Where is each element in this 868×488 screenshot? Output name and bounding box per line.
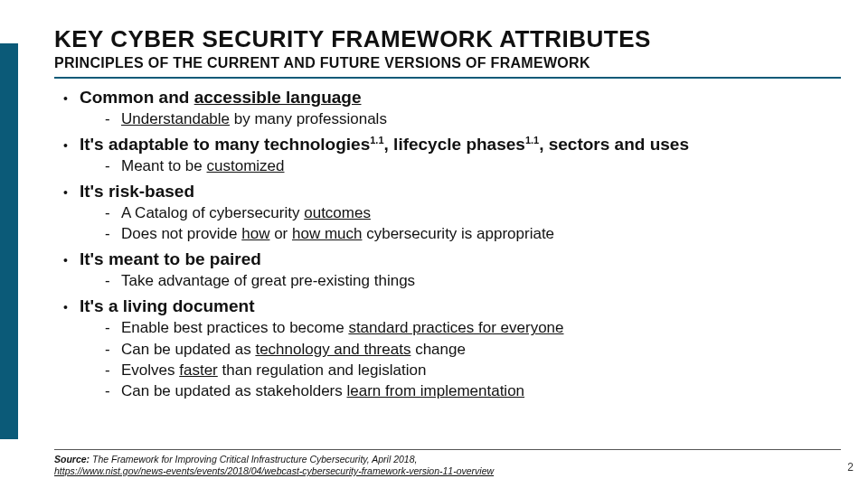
sub-bullet-list: Take advantage of great pre-existing thi… <box>105 271 841 291</box>
bullet-item: It's meant to be paired <box>61 249 841 269</box>
title-divider <box>54 77 841 79</box>
sub-bullet-list: Enable best practices to become standard… <box>105 318 841 400</box>
sub-bullet-list: Understandable by many professionals <box>105 109 841 129</box>
bullet-item: It's a living document <box>61 296 841 316</box>
bullet-list: Common and accessible languageUnderstand… <box>61 88 841 401</box>
bullet-item: It's adaptable to many technologies1.1, … <box>61 135 841 155</box>
sub-bullet-item: Understandable by many professionals <box>105 109 841 129</box>
bullet-item: It's risk-based <box>61 182 841 202</box>
bullet-heading: Common and accessible language <box>80 88 362 107</box>
sub-bullet-item: A Catalog of cybersecurity outcomes <box>105 203 841 223</box>
accent-sidebar <box>0 43 18 439</box>
slide-content: KEY CYBER SECURITY FRAMEWORK ATTRIBUTES … <box>54 25 841 407</box>
sub-bullet-item: Evolves faster than regulation and legis… <box>105 361 841 380</box>
bullet-heading: It's adaptable to many technologies1.1, … <box>80 135 689 154</box>
source-link[interactable]: https://www.nist.gov/news-events/events/… <box>54 465 494 476</box>
source-citation: Source: The Framework for Improving Crit… <box>54 454 841 477</box>
bullet-item: Common and accessible language <box>61 88 841 108</box>
slide-footer: Source: The Framework for Improving Crit… <box>54 449 841 477</box>
slide-subtitle: PRINCIPLES OF THE CURRENT AND FUTURE VER… <box>54 55 841 71</box>
source-label: Source: <box>54 454 90 465</box>
bullet-heading: It's meant to be paired <box>80 249 261 268</box>
bullet-heading: It's risk-based <box>80 182 194 201</box>
sub-bullet-item: Can be updated as technology and threats… <box>105 340 841 360</box>
sub-bullet-item: Can be updated as stakeholders learn fro… <box>105 381 841 401</box>
sub-bullet-item: Take advantage of great pre-existing thi… <box>105 271 841 291</box>
sub-bullet-list: Meant to be customized <box>105 156 841 176</box>
slide-title: KEY CYBER SECURITY FRAMEWORK ATTRIBUTES <box>54 25 841 53</box>
sub-bullet-item: Meant to be customized <box>105 156 841 176</box>
sub-bullet-item: Does not provide how or how much cyberse… <box>105 224 841 244</box>
source-text: The Framework for Improving Critical Inf… <box>92 454 417 465</box>
bullet-heading: It's a living document <box>80 296 255 315</box>
sub-bullet-list: A Catalog of cybersecurity outcomesDoes … <box>105 203 841 244</box>
footer-divider <box>54 449 841 450</box>
sub-bullet-item: Enable best practices to become standard… <box>105 318 841 338</box>
page-number: 2 <box>847 461 854 474</box>
